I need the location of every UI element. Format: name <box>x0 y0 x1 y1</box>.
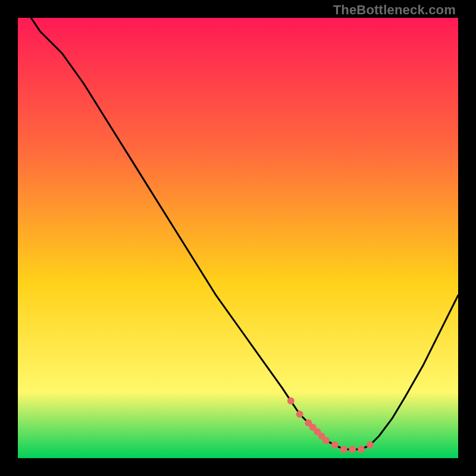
curve-marker <box>367 441 374 449</box>
chart-frame <box>18 18 458 458</box>
curve-marker <box>358 446 365 453</box>
bottleneck-curve-chart <box>18 18 458 458</box>
curve-marker <box>287 397 295 405</box>
watermark-text: TheBottleneck.com <box>333 2 456 18</box>
curve-marker <box>331 441 339 449</box>
curve-marker <box>322 437 330 444</box>
curve-marker <box>349 446 356 453</box>
curve-marker <box>296 411 303 418</box>
curve-marker <box>340 446 347 453</box>
